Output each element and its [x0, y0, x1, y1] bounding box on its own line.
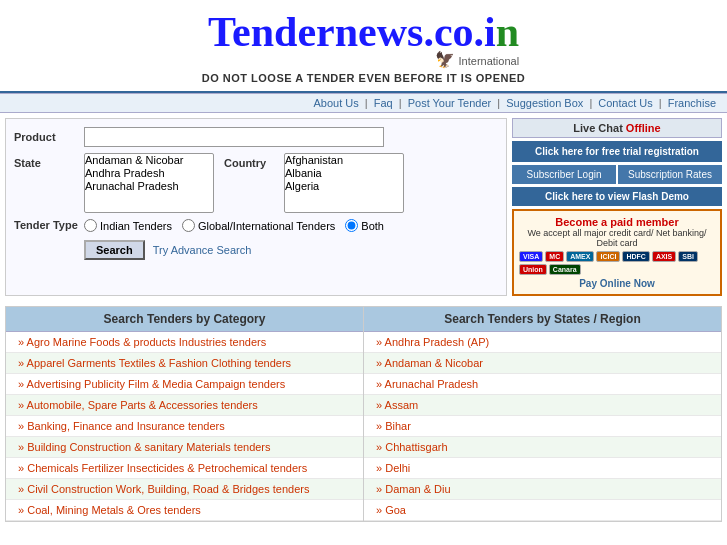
- union-logo: Union: [519, 264, 547, 275]
- categories-header: Search Tenders by Category: [6, 307, 363, 332]
- tender-type-label: Tender Type: [14, 219, 84, 232]
- cat-item-7[interactable]: Civil Construction Work, Building, Road …: [6, 479, 363, 500]
- tender-type-indian-radio[interactable]: [84, 219, 97, 232]
- nav-contact[interactable]: Contact Us: [598, 97, 652, 109]
- state-item-7[interactable]: Daman & Diu: [364, 479, 721, 500]
- live-chat-bar: Live Chat Offline: [512, 118, 722, 138]
- right-panel: Live Chat Offline Click here for free tr…: [512, 118, 722, 296]
- flash-demo-btn[interactable]: Click here to view Flash Demo: [512, 187, 722, 206]
- amex-logo: AMEX: [566, 251, 594, 262]
- categories-column: Search Tenders by Category Agro Marine F…: [6, 307, 364, 521]
- cat-item-5[interactable]: Building Construction & sanitary Materia…: [6, 437, 363, 458]
- state-item-1[interactable]: Andaman & Nicobar: [364, 353, 721, 374]
- subscription-rates-btn[interactable]: Subscription Rates: [618, 165, 722, 184]
- product-label: Product: [14, 131, 84, 143]
- cat-item-1[interactable]: Apparel Garments Textiles & Fashion Clot…: [6, 353, 363, 374]
- nav-faq[interactable]: Faq: [374, 97, 393, 109]
- hdfc-logo: HDFC: [622, 251, 649, 262]
- tender-type-options: Indian Tenders Global/International Tend…: [84, 219, 384, 232]
- icici-logo: ICICI: [596, 251, 620, 262]
- search-panel: Product State Andaman & NicobarAndhra Pr…: [5, 118, 507, 296]
- visa-logo: VISA: [519, 251, 543, 262]
- search-button[interactable]: Search: [84, 240, 145, 260]
- cat-item-6[interactable]: Chemicals Fertilizer Insecticides & Petr…: [6, 458, 363, 479]
- country-label: Country: [224, 153, 284, 169]
- cat-item-3[interactable]: Automobile, Spare Parts & Accessories te…: [6, 395, 363, 416]
- navbar: About Us | Faq | Post Your Tender | Sugg…: [0, 93, 727, 113]
- product-row: Product: [14, 127, 498, 147]
- cat-item-4[interactable]: Banking, Finance and Insurance tenders: [6, 416, 363, 437]
- axis-logo: AXIS: [652, 251, 676, 262]
- free-trial-btn[interactable]: Click here for free trial registration: [512, 141, 722, 162]
- state-item-8[interactable]: Goa: [364, 500, 721, 521]
- state-label: State: [14, 153, 84, 169]
- tender-type-indian[interactable]: Indian Tenders: [84, 219, 172, 232]
- cat-item-0[interactable]: Agro Marine Foods & products Industries …: [6, 332, 363, 353]
- tender-type-both-radio[interactable]: [345, 219, 358, 232]
- nav-about[interactable]: About Us: [313, 97, 358, 109]
- states-header: Search Tenders by States / Region: [364, 307, 721, 332]
- categories-section: Search Tenders by Category Agro Marine F…: [5, 306, 722, 522]
- main-content: Product State Andaman & NicobarAndhra Pr…: [0, 113, 727, 301]
- pay-online-label: Pay Online Now: [519, 278, 715, 289]
- logo-text: Tendernews.co.in: [208, 9, 519, 55]
- nav-post-tender[interactable]: Post Your Tender: [408, 97, 492, 109]
- state-item-2[interactable]: Arunachal Pradesh: [364, 374, 721, 395]
- country-select[interactable]: AfghanistanAlbaniaAlgeria: [284, 153, 404, 213]
- tender-type-global-radio[interactable]: [182, 219, 195, 232]
- nav-franchise[interactable]: Franchise: [668, 97, 716, 109]
- product-input-wrapper: [84, 127, 498, 147]
- state-item-6[interactable]: Delhi: [364, 458, 721, 479]
- state-item-3[interactable]: Assam: [364, 395, 721, 416]
- page-header: Tendernews.co.in 🦅 International DO NOT …: [0, 0, 727, 93]
- subscriber-login-btn[interactable]: Subscriber Login: [512, 165, 616, 184]
- tender-type-row: Tender Type Indian Tenders Global/Intern…: [14, 219, 498, 232]
- payment-logos: VISA MC AMEX ICICI HDFC AXIS SBI Union C…: [519, 251, 715, 275]
- paid-member-box: Become a paid member We accept all major…: [512, 209, 722, 296]
- state-item-4[interactable]: Bihar: [364, 416, 721, 437]
- sbi-logo: SBI: [678, 251, 698, 262]
- paid-member-title: Become a paid member: [519, 216, 715, 228]
- mastercard-logo: MC: [545, 251, 564, 262]
- tagline: DO NOT LOOSE A TENDER EVEN BEFORE IT IS …: [0, 69, 727, 87]
- state-item-5[interactable]: Chhattisgarh: [364, 437, 721, 458]
- state-country-row: State Andaman & NicobarAndhra PradeshAru…: [14, 153, 498, 213]
- cat-item-2[interactable]: Advertising Publicity Film & Media Campa…: [6, 374, 363, 395]
- state-select[interactable]: Andaman & NicobarAndhra PradeshArunachal…: [84, 153, 214, 213]
- states-column: Search Tenders by States / Region Andhra…: [364, 307, 721, 521]
- tender-type-global[interactable]: Global/International Tenders: [182, 219, 335, 232]
- advance-search-link[interactable]: Try Advance Search: [153, 244, 252, 256]
- cat-item-8[interactable]: Coal, Mining Metals & Ores tenders: [6, 500, 363, 521]
- tender-type-both[interactable]: Both: [345, 219, 384, 232]
- state-item-0[interactable]: Andhra Pradesh (AP): [364, 332, 721, 353]
- search-buttons: Search Try Advance Search: [84, 240, 498, 260]
- product-input[interactable]: [84, 127, 384, 147]
- paid-member-subtitle: We accept all major credit card/ Net ban…: [519, 228, 715, 248]
- nav-suggestion[interactable]: Suggestion Box: [506, 97, 583, 109]
- canara-logo: Canara: [549, 264, 581, 275]
